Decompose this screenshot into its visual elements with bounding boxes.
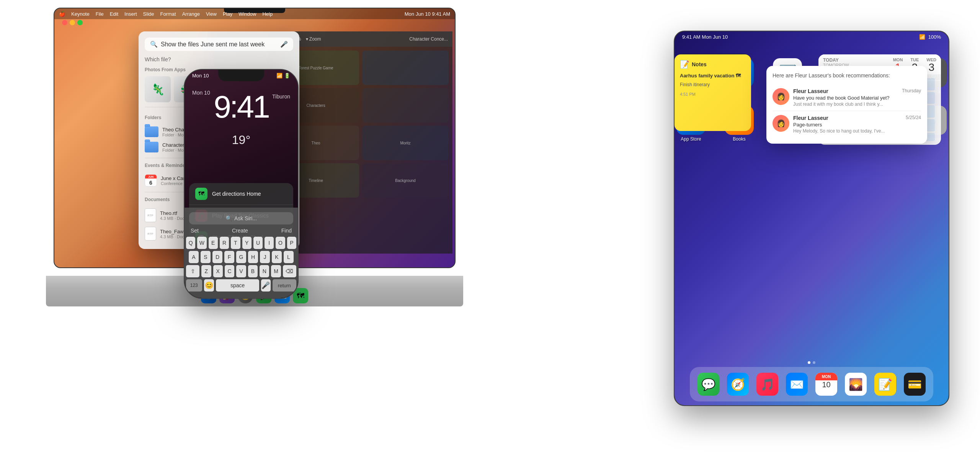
menu-keynote[interactable]: Keynote: [71, 11, 90, 17]
ask-siri-bar[interactable]: 🔍 Ask Siri...: [189, 212, 293, 224]
kb-emoji[interactable]: 😊: [204, 279, 214, 291]
kb-r[interactable]: R: [220, 237, 229, 249]
kb-z[interactable]: Z: [201, 265, 211, 277]
books-label: Books: [733, 136, 745, 142]
dock-messages[interactable]: 💬: [697, 373, 719, 396]
menu-view[interactable]: View: [206, 11, 217, 17]
ipad-home: 12 6 9 3: [675, 43, 949, 367]
kb-set-btn[interactable]: Set: [191, 228, 199, 234]
ipad-dock: 💬 🧭 🎵 ✉️ MON 10 🌄 📝 💳: [690, 367, 933, 401]
dock-notes[interactable]: 📝: [874, 373, 896, 396]
notes-widget-header: 📝 Notes: [680, 60, 746, 69]
message-header-2: Fleur Lasseur 5/25/24: [793, 115, 921, 121]
dock-mail[interactable]: ✉️: [786, 373, 808, 396]
kb-w[interactable]: W: [197, 237, 206, 249]
menu-window[interactable]: Window: [238, 11, 256, 17]
kb-n[interactable]: N: [260, 265, 269, 277]
page-dot-2[interactable]: [813, 361, 815, 364]
kb-t[interactable]: T: [231, 237, 240, 249]
menu-insert[interactable]: Insert: [124, 11, 137, 17]
event-calendar-icon: JUN 6: [145, 174, 157, 187]
kb-find-btn[interactable]: Find: [281, 228, 292, 234]
kb-h[interactable]: H: [248, 251, 258, 263]
message-item-1[interactable]: 👩 Fleur Lasseur Thursday Have you read t…: [773, 84, 921, 111]
kb-k[interactable]: K: [272, 251, 282, 263]
kb-q[interactable]: Q: [186, 237, 195, 249]
ipad-battery: 100%: [928, 34, 941, 40]
kb-i[interactable]: I: [265, 237, 274, 249]
subject-2: Page-turners: [793, 122, 921, 128]
maximize-button[interactable]: [77, 20, 83, 25]
kb-o[interactable]: O: [276, 237, 285, 249]
kb-u[interactable]: U: [253, 237, 263, 249]
menu-file[interactable]: File: [96, 11, 104, 17]
menu-slide[interactable]: Slide: [143, 11, 154, 17]
date-2: 5/25/24: [906, 115, 921, 121]
iphone-temp: 19°: [185, 133, 298, 147]
notes-widget-content: Aarhus family vacation 🗺 Finish itinerar…: [680, 72, 746, 97]
close-button[interactable]: [62, 20, 67, 25]
iphone-screen: Mon 10 📶 🔋 Mon 10 Tiburon 9:41 19° 🗺 Get…: [185, 70, 298, 298]
dock-music[interactable]: 🎵: [756, 373, 778, 396]
siri-maps-icon: 🗺: [195, 188, 207, 200]
kb-space[interactable]: space: [216, 279, 259, 291]
iphone-notch: [218, 70, 264, 81]
photo-1[interactable]: 🦎: [145, 76, 171, 102]
ask-siri-label: Ask Siri...: [234, 215, 257, 221]
apple-menu-icon[interactable]: 🍎: [59, 11, 65, 17]
kb-d[interactable]: D: [212, 251, 222, 263]
kb-g[interactable]: G: [236, 251, 246, 263]
menu-format[interactable]: Format: [160, 11, 176, 17]
kb-p[interactable]: P: [287, 237, 296, 249]
menu-play[interactable]: Play: [223, 11, 232, 17]
ipad-statusbar: 9:41 AM Mon Jun 10 📶 100%: [675, 31, 949, 42]
minimize-button[interactable]: [70, 20, 75, 25]
message-item-2[interactable]: 👩 Fleur Lasseur 5/25/24 Page-turners Hey…: [773, 111, 921, 138]
kb-v[interactable]: V: [236, 265, 246, 277]
dock-safari[interactable]: 🧭: [727, 373, 749, 396]
dock-photos[interactable]: 🌄: [845, 373, 867, 396]
kb-a[interactable]: A: [189, 251, 199, 263]
folder-icon-1: [145, 126, 158, 137]
kb-s[interactable]: S: [201, 251, 211, 263]
iphone-battery: 📶 🔋: [276, 73, 290, 79]
kb-return[interactable]: return: [273, 279, 296, 291]
macbook-time: Mon Jun 10 9:41 AM: [405, 11, 450, 17]
message-content-2: Fleur Lasseur 5/25/24 Page-turners Hey M…: [793, 115, 921, 134]
kb-123[interactable]: 123: [186, 279, 202, 291]
menu-arrange[interactable]: Arrange: [182, 11, 200, 17]
kb-m[interactable]: M: [271, 265, 281, 277]
kb-j[interactable]: J: [260, 251, 270, 263]
kb-y[interactable]: Y: [242, 237, 252, 249]
ipad: 9:41 AM Mon Jun 10 📶 100%: [674, 31, 949, 406]
siri-search-icon: 🔍: [225, 215, 232, 221]
dock-wallet[interactable]: 💳: [904, 373, 926, 396]
spotlight-search-bar[interactable]: 🔍 Show the files June sent me last week …: [145, 38, 293, 51]
kb-e[interactable]: E: [209, 237, 218, 249]
kb-b[interactable]: B: [248, 265, 258, 277]
mic-icon[interactable]: 🎤: [280, 41, 288, 48]
kb-f[interactable]: F: [224, 251, 234, 263]
notes-widget[interactable]: 📝 Notes Aarhus family vacation 🗺 Finish …: [675, 54, 751, 131]
message-content-1: Fleur Lasseur Thursday Have you read the…: [793, 88, 921, 107]
menu-edit[interactable]: Edit: [110, 11, 118, 17]
keyboard-toolbar: Set Create Find: [186, 226, 296, 235]
preview-1: Just read it with my book club and I thi…: [793, 102, 921, 107]
kb-shift[interactable]: ⇧: [186, 265, 199, 277]
kb-l[interactable]: L: [284, 251, 294, 263]
iphone: Mon 10 📶 🔋 Mon 10 Tiburon 9:41 19° 🗺 Get…: [184, 69, 299, 299]
kb-create-btn[interactable]: Create: [232, 228, 248, 234]
scene: 🍎 Keynote File Edit Insert Slide Format …: [0, 0, 980, 470]
avatar-2: 👩: [773, 115, 789, 132]
search-icon: 🔍: [150, 41, 158, 48]
siri-item-1[interactable]: 🗺 Get directions Home: [189, 183, 293, 205]
kb-x[interactable]: X: [213, 265, 223, 277]
dock-calendar[interactable]: MON 10: [815, 373, 837, 396]
kb-mic[interactable]: 🎤: [261, 279, 271, 291]
kb-c[interactable]: C: [225, 265, 234, 277]
menu-help[interactable]: Help: [262, 11, 273, 17]
page-dot-1[interactable]: [808, 361, 810, 364]
kb-delete[interactable]: ⌫: [283, 265, 296, 277]
ipad-status-right: 📶 100%: [919, 34, 941, 40]
doc-icon-1: RTF: [145, 208, 156, 222]
